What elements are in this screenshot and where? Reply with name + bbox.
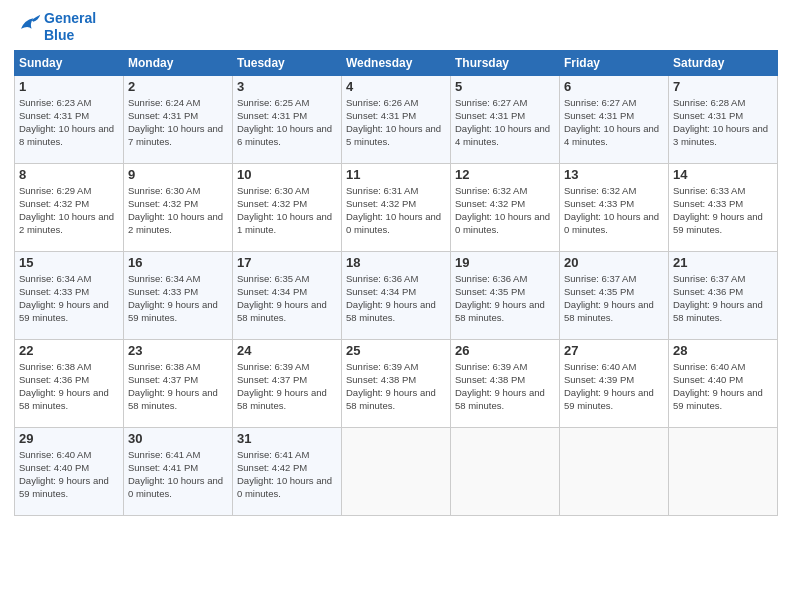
day-info: Sunrise: 6:23 AMSunset: 4:31 PMDaylight:… <box>19 96 119 149</box>
calendar-cell: 28Sunrise: 6:40 AMSunset: 4:40 PMDayligh… <box>669 339 778 427</box>
calendar-cell: 5Sunrise: 6:27 AMSunset: 4:31 PMDaylight… <box>451 75 560 163</box>
day-number: 30 <box>128 431 228 446</box>
calendar-cell: 10Sunrise: 6:30 AMSunset: 4:32 PMDayligh… <box>233 163 342 251</box>
day-of-week-header: SundayMondayTuesdayWednesdayThursdayFrid… <box>15 50 778 75</box>
day-info: Sunrise: 6:33 AMSunset: 4:33 PMDaylight:… <box>673 184 773 237</box>
calendar-week-row: 1Sunrise: 6:23 AMSunset: 4:31 PMDaylight… <box>15 75 778 163</box>
day-number: 15 <box>19 255 119 270</box>
day-info: Sunrise: 6:26 AMSunset: 4:31 PMDaylight:… <box>346 96 446 149</box>
calendar-cell: 11Sunrise: 6:31 AMSunset: 4:32 PMDayligh… <box>342 163 451 251</box>
day-info: Sunrise: 6:41 AMSunset: 4:41 PMDaylight:… <box>128 448 228 501</box>
logo-text: General Blue <box>44 10 96 44</box>
day-info: Sunrise: 6:39 AMSunset: 4:37 PMDaylight:… <box>237 360 337 413</box>
calendar-cell: 15Sunrise: 6:34 AMSunset: 4:33 PMDayligh… <box>15 251 124 339</box>
calendar-cell: 19Sunrise: 6:36 AMSunset: 4:35 PMDayligh… <box>451 251 560 339</box>
day-number: 8 <box>19 167 119 182</box>
day-info: Sunrise: 6:32 AMSunset: 4:32 PMDaylight:… <box>455 184 555 237</box>
day-number: 10 <box>237 167 337 182</box>
calendar-cell: 13Sunrise: 6:32 AMSunset: 4:33 PMDayligh… <box>560 163 669 251</box>
calendar-cell: 23Sunrise: 6:38 AMSunset: 4:37 PMDayligh… <box>124 339 233 427</box>
dow-cell: Wednesday <box>342 50 451 75</box>
calendar-cell: 6Sunrise: 6:27 AMSunset: 4:31 PMDaylight… <box>560 75 669 163</box>
dow-cell: Monday <box>124 50 233 75</box>
calendar-cell: 22Sunrise: 6:38 AMSunset: 4:36 PMDayligh… <box>15 339 124 427</box>
calendar-cell: 9Sunrise: 6:30 AMSunset: 4:32 PMDaylight… <box>124 163 233 251</box>
calendar-cell <box>451 427 560 515</box>
calendar-week-row: 15Sunrise: 6:34 AMSunset: 4:33 PMDayligh… <box>15 251 778 339</box>
calendar-cell: 27Sunrise: 6:40 AMSunset: 4:39 PMDayligh… <box>560 339 669 427</box>
calendar-cell: 31Sunrise: 6:41 AMSunset: 4:42 PMDayligh… <box>233 427 342 515</box>
calendar-container: General Blue SundayMondayTuesdayWednesda… <box>0 0 792 612</box>
calendar-cell: 17Sunrise: 6:35 AMSunset: 4:34 PMDayligh… <box>233 251 342 339</box>
day-number: 31 <box>237 431 337 446</box>
day-info: Sunrise: 6:37 AMSunset: 4:36 PMDaylight:… <box>673 272 773 325</box>
dow-cell: Friday <box>560 50 669 75</box>
calendar-cell: 4Sunrise: 6:26 AMSunset: 4:31 PMDaylight… <box>342 75 451 163</box>
day-number: 25 <box>346 343 446 358</box>
calendar-cell: 25Sunrise: 6:39 AMSunset: 4:38 PMDayligh… <box>342 339 451 427</box>
day-info: Sunrise: 6:40 AMSunset: 4:40 PMDaylight:… <box>673 360 773 413</box>
calendar-cell <box>560 427 669 515</box>
logo: General Blue <box>14 10 96 44</box>
calendar-cell: 16Sunrise: 6:34 AMSunset: 4:33 PMDayligh… <box>124 251 233 339</box>
calendar-cell: 7Sunrise: 6:28 AMSunset: 4:31 PMDaylight… <box>669 75 778 163</box>
day-number: 26 <box>455 343 555 358</box>
logo-icon <box>14 13 42 41</box>
day-number: 9 <box>128 167 228 182</box>
day-number: 2 <box>128 79 228 94</box>
day-number: 14 <box>673 167 773 182</box>
day-number: 18 <box>346 255 446 270</box>
day-number: 13 <box>564 167 664 182</box>
day-info: Sunrise: 6:28 AMSunset: 4:31 PMDaylight:… <box>673 96 773 149</box>
day-number: 29 <box>19 431 119 446</box>
calendar-cell: 30Sunrise: 6:41 AMSunset: 4:41 PMDayligh… <box>124 427 233 515</box>
day-info: Sunrise: 6:41 AMSunset: 4:42 PMDaylight:… <box>237 448 337 501</box>
calendar-cell: 21Sunrise: 6:37 AMSunset: 4:36 PMDayligh… <box>669 251 778 339</box>
day-info: Sunrise: 6:27 AMSunset: 4:31 PMDaylight:… <box>564 96 664 149</box>
day-number: 19 <box>455 255 555 270</box>
day-info: Sunrise: 6:34 AMSunset: 4:33 PMDaylight:… <box>128 272 228 325</box>
day-info: Sunrise: 6:39 AMSunset: 4:38 PMDaylight:… <box>455 360 555 413</box>
day-info: Sunrise: 6:30 AMSunset: 4:32 PMDaylight:… <box>237 184 337 237</box>
day-number: 24 <box>237 343 337 358</box>
day-info: Sunrise: 6:27 AMSunset: 4:31 PMDaylight:… <box>455 96 555 149</box>
day-number: 23 <box>128 343 228 358</box>
calendar-week-row: 8Sunrise: 6:29 AMSunset: 4:32 PMDaylight… <box>15 163 778 251</box>
day-info: Sunrise: 6:34 AMSunset: 4:33 PMDaylight:… <box>19 272 119 325</box>
calendar-cell <box>669 427 778 515</box>
day-number: 27 <box>564 343 664 358</box>
calendar-table: SundayMondayTuesdayWednesdayThursdayFrid… <box>14 50 778 516</box>
day-info: Sunrise: 6:24 AMSunset: 4:31 PMDaylight:… <box>128 96 228 149</box>
calendar-body: 1Sunrise: 6:23 AMSunset: 4:31 PMDaylight… <box>15 75 778 515</box>
day-info: Sunrise: 6:32 AMSunset: 4:33 PMDaylight:… <box>564 184 664 237</box>
day-info: Sunrise: 6:38 AMSunset: 4:37 PMDaylight:… <box>128 360 228 413</box>
day-info: Sunrise: 6:29 AMSunset: 4:32 PMDaylight:… <box>19 184 119 237</box>
day-number: 21 <box>673 255 773 270</box>
dow-cell: Sunday <box>15 50 124 75</box>
day-info: Sunrise: 6:31 AMSunset: 4:32 PMDaylight:… <box>346 184 446 237</box>
day-info: Sunrise: 6:39 AMSunset: 4:38 PMDaylight:… <box>346 360 446 413</box>
calendar-cell: 18Sunrise: 6:36 AMSunset: 4:34 PMDayligh… <box>342 251 451 339</box>
day-info: Sunrise: 6:35 AMSunset: 4:34 PMDaylight:… <box>237 272 337 325</box>
day-info: Sunrise: 6:25 AMSunset: 4:31 PMDaylight:… <box>237 96 337 149</box>
dow-cell: Thursday <box>451 50 560 75</box>
calendar-cell: 14Sunrise: 6:33 AMSunset: 4:33 PMDayligh… <box>669 163 778 251</box>
day-number: 7 <box>673 79 773 94</box>
day-info: Sunrise: 6:40 AMSunset: 4:40 PMDaylight:… <box>19 448 119 501</box>
dow-cell: Saturday <box>669 50 778 75</box>
calendar-cell: 8Sunrise: 6:29 AMSunset: 4:32 PMDaylight… <box>15 163 124 251</box>
calendar-cell: 12Sunrise: 6:32 AMSunset: 4:32 PMDayligh… <box>451 163 560 251</box>
day-number: 1 <box>19 79 119 94</box>
day-number: 20 <box>564 255 664 270</box>
calendar-cell: 3Sunrise: 6:25 AMSunset: 4:31 PMDaylight… <box>233 75 342 163</box>
calendar-cell: 2Sunrise: 6:24 AMSunset: 4:31 PMDaylight… <box>124 75 233 163</box>
day-number: 17 <box>237 255 337 270</box>
day-info: Sunrise: 6:37 AMSunset: 4:35 PMDaylight:… <box>564 272 664 325</box>
day-number: 11 <box>346 167 446 182</box>
day-number: 5 <box>455 79 555 94</box>
calendar-cell: 20Sunrise: 6:37 AMSunset: 4:35 PMDayligh… <box>560 251 669 339</box>
day-number: 12 <box>455 167 555 182</box>
calendar-cell: 24Sunrise: 6:39 AMSunset: 4:37 PMDayligh… <box>233 339 342 427</box>
calendar-cell <box>342 427 451 515</box>
day-number: 3 <box>237 79 337 94</box>
